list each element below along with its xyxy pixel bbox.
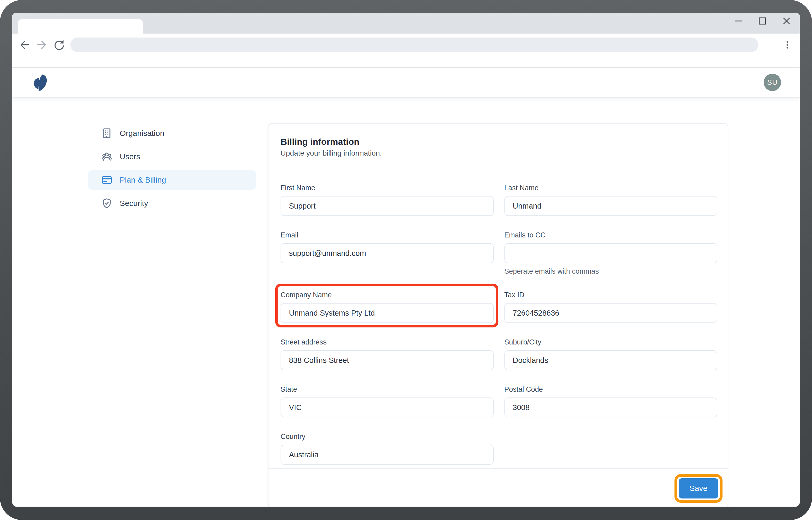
page-content: Organisation Users: [12, 98, 800, 506]
avatar-initials: SU: [767, 78, 778, 86]
last-name-input[interactable]: [504, 196, 717, 216]
card-title: Billing information: [281, 136, 717, 147]
state-input[interactable]: [281, 397, 494, 417]
first-name-label: First Name: [281, 183, 494, 192]
tab-strip: [12, 13, 800, 33]
country-input[interactable]: [281, 445, 494, 465]
users-icon: [101, 151, 112, 162]
browser-toolbar: [12, 33, 800, 68]
credit-card-icon: [101, 174, 112, 186]
minimize-button[interactable]: [729, 14, 748, 28]
unmand-logo[interactable]: [33, 75, 47, 91]
sidebar-item-organisation[interactable]: Organisation: [88, 124, 256, 143]
emails-cc-helper: Seperate emails with commas: [504, 267, 717, 276]
browser-window: SU Organisation: [12, 13, 800, 506]
field-state: State: [281, 385, 494, 417]
screenshot-stage: SU Organisation: [0, 0, 812, 520]
street-address-label: Street address: [281, 338, 494, 346]
back-arrow-icon: [19, 39, 31, 51]
forward-button[interactable]: [34, 37, 49, 52]
maximize-icon: [758, 17, 767, 25]
field-company-name: Company Name: [281, 290, 494, 323]
field-spacer: [504, 432, 717, 465]
field-email: Email: [281, 231, 494, 276]
sidebar-item-security[interactable]: Security: [88, 193, 256, 213]
email-input[interactable]: [281, 243, 494, 263]
email-label: Email: [281, 231, 494, 239]
sidebar-item-plan-billing[interactable]: Plan & Billing: [88, 170, 256, 190]
company-name-input[interactable]: [281, 303, 494, 323]
suburb-city-input[interactable]: [504, 350, 717, 370]
tax-id-label: Tax ID: [504, 290, 717, 300]
emails-cc-input[interactable]: [504, 243, 717, 263]
settings-sidebar: Organisation Users: [88, 124, 256, 217]
postal-code-label: Postal Code: [504, 385, 717, 394]
sidebar-item-label: Plan & Billing: [120, 176, 166, 184]
save-button-wrap: Save: [679, 478, 718, 498]
emails-cc-label: Emails to CC: [504, 231, 717, 239]
last-name-label: Last Name: [504, 183, 717, 192]
billing-form: First Name Last Name Email Email: [281, 183, 717, 465]
field-street-address: Street address: [281, 338, 494, 370]
suburb-city-label: Suburb/City: [504, 338, 717, 346]
close-button[interactable]: [777, 14, 796, 28]
field-suburb-city: Suburb/City: [504, 338, 717, 370]
logo-petals-icon: [33, 75, 47, 91]
browser-tab[interactable]: [18, 19, 143, 33]
field-first-name: First Name: [281, 183, 494, 216]
first-name-input[interactable]: [281, 196, 494, 216]
app-header: SU: [12, 68, 800, 98]
state-label: State: [281, 385, 494, 394]
minimize-icon: [734, 17, 743, 25]
country-label: Country: [281, 432, 494, 441]
save-button[interactable]: Save: [679, 478, 718, 498]
field-country: Country: [281, 432, 494, 465]
shield-check-icon: [101, 198, 112, 209]
reload-icon: [53, 39, 65, 51]
three-dot-menu-icon: [782, 40, 793, 50]
sidebar-item-label: Security: [120, 199, 148, 208]
avatar[interactable]: SU: [764, 74, 781, 91]
street-address-input[interactable]: [281, 350, 494, 370]
field-emails-cc: Emails to CC Seperate emails with commas: [504, 231, 717, 276]
forward-arrow-icon: [35, 39, 48, 51]
maximize-button[interactable]: [753, 14, 771, 28]
company-name-label: Company Name: [281, 290, 494, 300]
close-icon: [782, 17, 791, 25]
reload-button[interactable]: [51, 37, 67, 52]
field-tax-id: Tax ID: [504, 290, 717, 323]
card-footer: Save: [269, 468, 728, 506]
sidebar-item-users[interactable]: Users: [88, 147, 256, 166]
sidebar-item-label: Organisation: [120, 129, 164, 138]
back-button[interactable]: [17, 37, 32, 52]
field-postal-code: Postal Code: [504, 385, 717, 417]
field-last-name: Last Name: [504, 183, 717, 216]
sidebar-item-label: Users: [120, 152, 140, 161]
address-bar[interactable]: [70, 37, 758, 52]
building-icon: [101, 128, 112, 139]
card-subtitle: Update your billing information.: [281, 149, 717, 158]
tax-id-input[interactable]: [504, 303, 717, 323]
overflow-menu-button[interactable]: [780, 37, 795, 52]
postal-code-input[interactable]: [504, 397, 717, 417]
billing-card: Billing information Update your billing …: [268, 123, 728, 506]
